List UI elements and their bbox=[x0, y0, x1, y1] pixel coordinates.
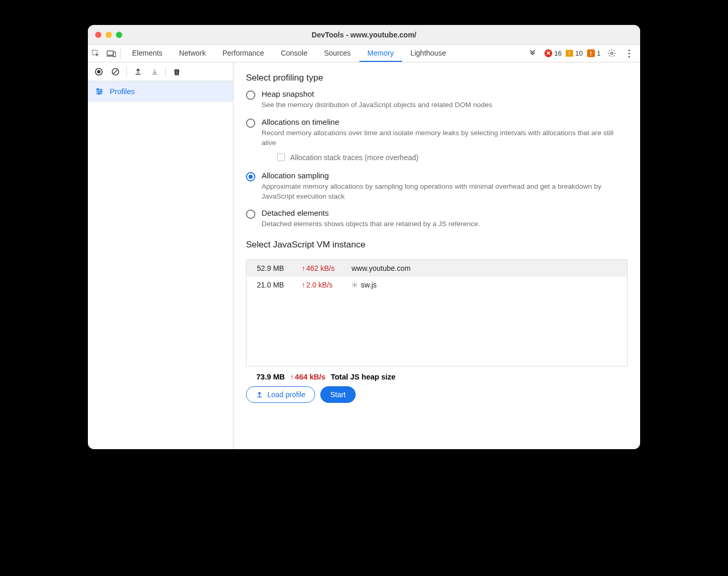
vm-name: sw.js bbox=[352, 281, 376, 289]
svg-point-13 bbox=[354, 284, 356, 286]
option-label: Heap snapshot bbox=[262, 89, 492, 98]
upload-icon bbox=[256, 391, 263, 398]
tabbar: Elements Network Performance Console Sou… bbox=[88, 45, 640, 62]
suboption-stack-traces[interactable]: Allocation stack traces (more overhead) bbox=[277, 153, 628, 162]
tab-network[interactable]: Network bbox=[171, 45, 214, 62]
total-rate: ↑ 464 kB/s bbox=[290, 373, 326, 381]
option-label: Allocation sampling bbox=[262, 171, 628, 180]
tab-memory[interactable]: Memory bbox=[359, 45, 402, 62]
separator bbox=[126, 67, 127, 77]
tab-console[interactable]: Console bbox=[272, 45, 316, 62]
sidebar: Profiles bbox=[88, 62, 233, 449]
gear-icon bbox=[352, 282, 358, 288]
settings-icon[interactable] bbox=[605, 47, 618, 60]
svg-point-8 bbox=[97, 70, 100, 73]
device-toolbar-icon[interactable] bbox=[103, 45, 119, 62]
vm-name: www.youtube.com bbox=[352, 264, 411, 272]
zoom-window-button[interactable] bbox=[116, 32, 122, 38]
profiling-heading: Select profiling type bbox=[246, 73, 628, 83]
option-desc: Approximate memory allocations by sampli… bbox=[262, 182, 628, 202]
svg-point-5 bbox=[628, 53, 630, 54]
svg-rect-1 bbox=[107, 51, 113, 55]
separator bbox=[165, 67, 166, 77]
tab-performance[interactable]: Performance bbox=[214, 45, 272, 62]
vm-row[interactable]: 21.0 MB ↑ 2.0 kB/s sw.js bbox=[246, 277, 627, 293]
vm-heading: Select JavaScript VM instance bbox=[246, 240, 628, 250]
vm-size: 52.9 MB bbox=[257, 264, 297, 272]
sidebar-toolbar bbox=[88, 62, 233, 81]
issue-icon: ! bbox=[587, 49, 595, 57]
totals-row: 73.9 MB ↑ 464 kB/s Total JS heap size bbox=[256, 373, 628, 381]
download-icon[interactable] bbox=[147, 64, 162, 79]
error-counter[interactable]: ✕ 16 bbox=[544, 49, 562, 57]
error-count: 16 bbox=[554, 49, 562, 57]
upload-icon[interactable] bbox=[130, 64, 146, 79]
option-desc: Record memory allocations over time and … bbox=[262, 128, 628, 148]
error-icon: ✕ bbox=[544, 49, 552, 57]
svg-point-3 bbox=[610, 52, 613, 54]
svg-point-12 bbox=[98, 93, 99, 94]
action-row: Load profile Start bbox=[246, 386, 628, 403]
tab-sources[interactable]: Sources bbox=[316, 45, 359, 62]
minimize-window-button[interactable] bbox=[106, 32, 112, 38]
warning-count: 10 bbox=[575, 49, 582, 57]
option-heap-snapshot[interactable]: Heap snapshot See the memory distributio… bbox=[246, 89, 628, 110]
total-size: 73.9 MB bbox=[256, 373, 285, 381]
total-label: Total JS heap size bbox=[331, 373, 396, 381]
option-allocation-sampling[interactable]: Allocation sampling Approximate memory a… bbox=[246, 171, 628, 202]
option-detached-elements[interactable]: Detached elements Detached elements show… bbox=[246, 208, 628, 229]
option-label: Detached elements bbox=[262, 208, 480, 217]
main-panel: Select profiling type Heap snapshot See … bbox=[233, 62, 640, 449]
tab-lighthouse[interactable]: Lighthouse bbox=[402, 45, 454, 62]
traffic-lights bbox=[95, 32, 122, 38]
load-profile-button[interactable]: Load profile bbox=[246, 386, 315, 403]
record-icon[interactable] bbox=[91, 64, 107, 79]
checkbox-icon[interactable] bbox=[277, 153, 285, 161]
svg-point-11 bbox=[100, 90, 101, 92]
sliders-icon bbox=[95, 88, 103, 95]
window-title: DevTools - www.youtube.com/ bbox=[88, 31, 640, 39]
sidebar-item-label: Profiles bbox=[110, 87, 135, 96]
separator bbox=[120, 48, 121, 59]
option-desc: See the memory distribution of JavaScrip… bbox=[262, 100, 492, 110]
arrow-up-icon: ↑ bbox=[302, 264, 305, 272]
start-button[interactable]: Start bbox=[320, 386, 356, 403]
collect-garbage-icon[interactable] bbox=[169, 64, 185, 79]
svg-point-10 bbox=[97, 88, 98, 90]
option-allocations-timeline[interactable]: Allocations on timeline Record memory al… bbox=[246, 117, 628, 164]
clear-icon[interactable] bbox=[108, 64, 123, 79]
devtools-window: DevTools - www.youtube.com/ Elements Net… bbox=[88, 25, 640, 449]
vm-size: 21.0 MB bbox=[257, 281, 297, 289]
option-label: Allocations on timeline bbox=[262, 117, 628, 126]
vm-rate: ↑ 462 kB/s bbox=[302, 264, 347, 272]
svg-point-4 bbox=[628, 49, 630, 51]
tab-elements[interactable]: Elements bbox=[124, 45, 171, 62]
warning-counter[interactable]: 10 bbox=[566, 49, 582, 57]
titlebar: DevTools - www.youtube.com/ bbox=[88, 25, 640, 45]
arrow-up-icon: ↑ bbox=[290, 373, 294, 381]
tabbar-right: ✕ 16 10 ! 1 bbox=[525, 45, 640, 62]
radio-icon[interactable] bbox=[246, 90, 255, 100]
close-window-button[interactable] bbox=[95, 32, 101, 38]
issue-count: 1 bbox=[597, 49, 601, 57]
option-desc: Detached elements shows objects that are… bbox=[262, 219, 480, 229]
vm-instance-table: 52.9 MB ↑ 462 kB/s www.youtube.com 21.0 … bbox=[246, 259, 628, 366]
vm-row[interactable]: 52.9 MB ↑ 462 kB/s www.youtube.com bbox=[246, 260, 627, 277]
radio-icon[interactable] bbox=[246, 172, 255, 181]
warning-icon bbox=[566, 50, 573, 57]
issue-counter[interactable]: ! 1 bbox=[587, 49, 601, 57]
arrow-up-icon: ↑ bbox=[302, 281, 305, 289]
body: Profiles Select profiling type Heap snap… bbox=[88, 62, 640, 449]
inspect-element-icon[interactable] bbox=[88, 45, 103, 62]
suboption-label: Allocation stack traces (more overhead) bbox=[290, 153, 419, 162]
vm-rate: ↑ 2.0 kB/s bbox=[302, 281, 347, 289]
svg-point-6 bbox=[628, 56, 630, 57]
more-tabs-icon[interactable] bbox=[525, 45, 540, 62]
sidebar-item-profiles[interactable]: Profiles bbox=[88, 81, 233, 102]
radio-icon[interactable] bbox=[246, 119, 255, 128]
kebab-menu-icon[interactable] bbox=[622, 47, 636, 60]
radio-icon[interactable] bbox=[246, 210, 255, 219]
panel-tabs: Elements Network Performance Console Sou… bbox=[124, 45, 454, 62]
